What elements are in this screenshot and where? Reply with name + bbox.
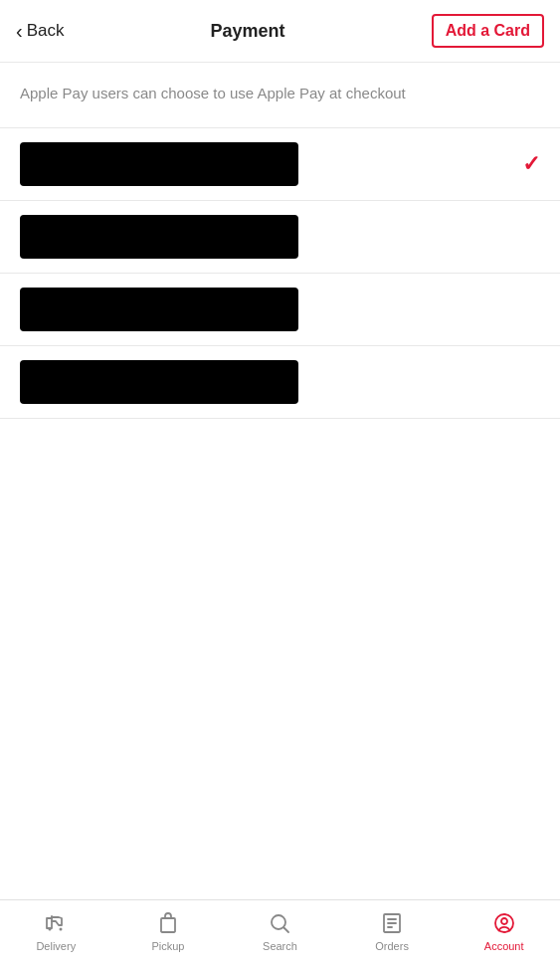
nav-item-search[interactable]: Search [224, 910, 336, 952]
svg-rect-2 [161, 918, 175, 932]
apple-pay-notice: Apple Pay users can choose to use Apple … [0, 63, 560, 127]
payment-item-2[interactable] [0, 201, 560, 274]
svg-line-4 [284, 927, 289, 932]
nav-item-delivery[interactable]: Delivery [0, 910, 112, 952]
checkmark-icon: ✓ [522, 151, 540, 177]
delivery-icon [43, 910, 69, 936]
nav-item-pickup[interactable]: Pickup [112, 910, 225, 952]
svg-point-1 [60, 927, 63, 930]
page-title: Payment [211, 21, 285, 42]
payment-item-3[interactable] [0, 274, 560, 346]
svg-point-10 [501, 918, 507, 924]
back-label: Back [27, 21, 65, 41]
content-area: Apple Pay users can choose to use Apple … [0, 63, 560, 899]
back-chevron-icon: ‹ [16, 21, 23, 41]
bottom-nav: Delivery Pickup Search [0, 899, 560, 969]
back-button[interactable]: ‹ Back [16, 21, 64, 41]
orders-icon [379, 910, 405, 936]
card-bar-2 [20, 215, 298, 259]
account-icon [491, 910, 517, 936]
add-card-button[interactable]: Add a Card [432, 14, 544, 48]
card-bar-1 [20, 142, 298, 186]
orders-label: Orders [375, 940, 409, 952]
svg-point-0 [49, 927, 52, 930]
search-icon [267, 910, 292, 936]
card-bar-3 [20, 288, 298, 331]
card-bar-4 [20, 360, 298, 404]
header: ‹ Back Payment Add a Card [0, 0, 560, 63]
search-label: Search [263, 940, 297, 952]
svg-point-9 [495, 914, 513, 932]
delivery-label: Delivery [36, 940, 76, 952]
nav-item-account[interactable]: Account [448, 910, 560, 952]
payment-list: ✓ [0, 127, 560, 419]
pickup-icon [155, 910, 181, 936]
nav-item-orders[interactable]: Orders [336, 910, 449, 952]
payment-item-4[interactable] [0, 346, 560, 419]
account-label: Account [484, 940, 524, 952]
payment-item-1[interactable]: ✓ [0, 128, 560, 201]
pickup-label: Pickup [151, 940, 184, 952]
